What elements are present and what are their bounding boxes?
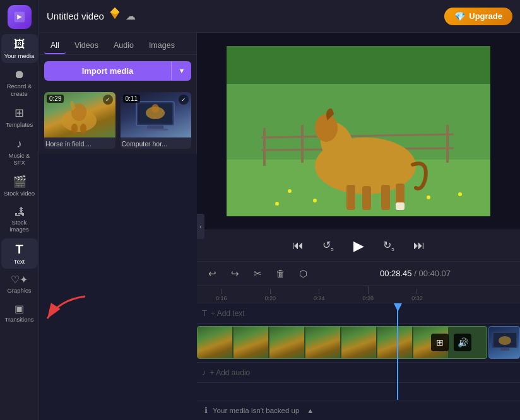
- svg-point-4: [71, 124, 78, 134]
- preview-timeline: ⏮ ↺5 ▶ ↻5 ⏭ ↩ ↪: [197, 33, 520, 420]
- audio-track: ♪ + Add audio: [197, 363, 520, 383]
- svg-rect-26: [381, 185, 390, 210]
- media-item-label: Computer hor...: [121, 137, 192, 149]
- total-time: 00:40.07: [418, 269, 451, 278]
- video-preview: [227, 46, 490, 216]
- forward-5s-button[interactable]: ↻5: [379, 236, 399, 256]
- svg-point-29: [288, 189, 292, 193]
- text-icon: T: [15, 242, 23, 257]
- cut-button[interactable]: ✂: [249, 265, 266, 283]
- stock-video-icon: 🎬: [13, 175, 27, 189]
- tab-images[interactable]: Images: [143, 38, 181, 54]
- ruler-mark: 0:32: [411, 289, 423, 301]
- import-media-button[interactable]: Import media ▾: [44, 61, 191, 81]
- svg-point-37: [499, 336, 511, 345]
- svg-rect-28: [396, 202, 405, 210]
- media-panel-wrapper: All Videos Audio Images Import media ▾: [39, 33, 197, 420]
- topbar: Untitled video ☁ 💎 Upgrade: [39, 0, 520, 33]
- timeline-toolbar: ↩ ↪ ✂ 🗑 ⬡ 00:28.45 / 00:40.07: [197, 262, 520, 286]
- sidebar-item-your-media[interactable]: 🖼 Your media: [1, 34, 38, 63]
- media-item-horse[interactable]: 0:29 ✓ Horse in field....: [44, 92, 115, 149]
- app-logo[interactable]: [8, 5, 32, 29]
- clip-sound-icon: 🔊: [454, 334, 471, 351]
- current-time: 00:28.45: [380, 269, 412, 278]
- clip-expand-icon: ⊞: [431, 334, 449, 351]
- svg-rect-8: [147, 125, 163, 129]
- your-media-icon: 🖼: [14, 38, 25, 51]
- content-area: All Videos Audio Images Import media ▾: [39, 33, 520, 420]
- title-area: Untitled video ☁: [47, 10, 136, 22]
- timeline-time: 00:28.45 / 00:40.07: [317, 269, 514, 278]
- sidebar-item-stock-video[interactable]: 🎬 Stock video: [1, 171, 38, 201]
- sidebar-item-transitions[interactable]: ▣ Transitions: [1, 299, 38, 327]
- rewind-icon: ↺5: [322, 239, 333, 252]
- timeline-tracks: 0:16 0:20 0:24: [197, 286, 520, 400]
- sidebar-item-music-sfx[interactable]: ♪ Music & SFX: [1, 134, 38, 170]
- tab-audio[interactable]: Audio: [107, 38, 140, 54]
- sidebar-item-templates[interactable]: ⊞ Templates: [1, 102, 38, 132]
- split-button[interactable]: ⬡: [294, 265, 312, 283]
- preview-area: [197, 33, 520, 230]
- import-dropdown-arrow[interactable]: ▾: [171, 62, 191, 80]
- add-audio-label[interactable]: ♪ + Add audio: [202, 368, 250, 377]
- media-panel: All Videos Audio Images Import media ▾: [39, 33, 197, 154]
- svg-point-31: [275, 202, 279, 206]
- ruler-mark: 0:28: [363, 286, 374, 301]
- sidebar-item-text[interactable]: T Text: [1, 238, 38, 269]
- tab-videos[interactable]: Videos: [68, 38, 105, 54]
- video-clip-computer[interactable]: [488, 326, 520, 359]
- media-tabs: All Videos Audio Images: [39, 33, 196, 55]
- tab-all[interactable]: All: [44, 38, 66, 54]
- project-title[interactable]: Untitled video: [47, 11, 104, 21]
- svg-rect-14: [227, 84, 490, 109]
- backup-status-text: Your media isn't backed up: [213, 407, 299, 414]
- skip-to-end-button[interactable]: ⏭: [409, 236, 429, 256]
- media-item-computer[interactable]: 0:11 ✓ Computer hor...: [121, 92, 192, 149]
- premium-diamond-icon: [108, 6, 122, 20]
- delete-button[interactable]: 🗑: [271, 265, 289, 283]
- sidebar-templates-label: Templates: [6, 121, 33, 128]
- check-icon: ✓: [179, 95, 189, 105]
- upgrade-button[interactable]: 💎 Upgrade: [444, 8, 512, 25]
- video-clip-horse[interactable]: ⊞ 🔊: [197, 326, 487, 359]
- text-track: T + Add text: [197, 303, 520, 324]
- ruler-mark: 0:16: [216, 289, 227, 301]
- expand-icon[interactable]: ▲: [307, 407, 314, 414]
- cloud-save-icon: ☁: [126, 10, 136, 22]
- graphics-icon: ♡✦: [11, 274, 28, 286]
- play-pause-button[interactable]: ▶: [348, 236, 369, 256]
- svg-rect-9: [143, 129, 168, 131]
- undo-button[interactable]: ↩: [203, 265, 221, 283]
- music-sfx-icon: ♪: [16, 137, 22, 151]
- audio-track-icon: ♪: [202, 368, 206, 377]
- record-create-icon: ⏺: [14, 68, 25, 81]
- sidebar-item-graphics[interactable]: ♡✦ Graphics: [1, 270, 38, 298]
- bottom-bar: ℹ Your media isn't backed up ▲: [197, 400, 520, 420]
- redo-button[interactable]: ↪: [226, 265, 244, 283]
- clip-frame: [198, 327, 232, 359]
- play-icon: ▶: [353, 238, 364, 254]
- skip-forward-icon: ⏭: [413, 239, 425, 252]
- sidebar-item-stock-images[interactable]: 🏞 Stock images: [1, 202, 38, 237]
- import-row: Import media ▾: [39, 55, 196, 87]
- media-grid: 0:29 ✓ Horse in field....: [39, 87, 196, 154]
- forward-icon: ↻5: [383, 239, 394, 252]
- clip-frame: [341, 327, 376, 359]
- sidebar-item-record-create[interactable]: ⏺ Record &create: [1, 64, 38, 101]
- ruler-mark: 0:24: [314, 289, 325, 301]
- panel-collapse-button[interactable]: ‹: [197, 214, 204, 239]
- duration-badge: 0:29: [47, 95, 64, 103]
- info-icon: ℹ: [204, 405, 208, 415]
- svg-rect-36: [500, 348, 509, 351]
- ruler-mark: 0:20: [265, 289, 276, 301]
- rewind-5s-button[interactable]: ↺5: [318, 236, 338, 256]
- main-area: Untitled video ☁ 💎 Upgrade All Videos Au…: [39, 0, 520, 420]
- add-text-label[interactable]: T + Add text: [202, 308, 245, 318]
- skip-to-start-button[interactable]: ⏮: [288, 236, 308, 256]
- track-container: T + Add text: [197, 303, 520, 400]
- check-icon: ✓: [103, 95, 113, 105]
- svg-point-5: [80, 124, 86, 134]
- clip-frame: [377, 327, 412, 359]
- clip-frame: [305, 327, 340, 359]
- svg-point-33: [458, 192, 462, 196]
